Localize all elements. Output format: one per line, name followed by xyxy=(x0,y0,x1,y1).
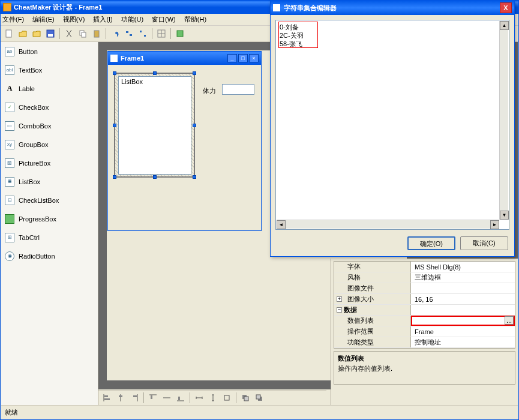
send-back-icon[interactable] xyxy=(253,391,266,404)
resize-handle[interactable] xyxy=(113,175,116,179)
property-row[interactable]: 图像文件 xyxy=(334,283,515,294)
svg-rect-8 xyxy=(140,31,142,32)
field-input[interactable] xyxy=(222,84,254,95)
scroll-down-icon[interactable]: ▼ xyxy=(500,211,509,220)
property-value[interactable]: MS Shell Dlg(8) xyxy=(411,262,515,272)
menu-window[interactable]: 窗口(W) xyxy=(152,15,176,24)
property-value[interactable]: 三维边框 xyxy=(411,272,515,283)
property-value[interactable] xyxy=(411,305,515,315)
toolbox-item-radiobutton[interactable]: ◉RadioButton xyxy=(1,247,98,265)
toolbox-item-lable[interactable]: ALable xyxy=(1,79,98,98)
menu-view[interactable]: 视图(V) xyxy=(63,15,85,24)
toolbox-label: CheckBox xyxy=(19,104,49,111)
field-label[interactable]: 体力 xyxy=(203,86,216,95)
resize-handle[interactable] xyxy=(153,71,157,75)
toolbar-align-icon[interactable] xyxy=(122,27,136,40)
same-height-icon[interactable] xyxy=(206,391,220,404)
bring-front-icon[interactable] xyxy=(239,391,252,404)
toolbar-open-icon[interactable] xyxy=(16,27,29,40)
property-value[interactable] xyxy=(411,283,515,293)
property-row[interactable]: −数据 xyxy=(334,305,515,316)
expander-icon[interactable]: + xyxy=(337,296,342,302)
property-row[interactable]: 风格三维边框 xyxy=(334,272,515,283)
property-row[interactable]: 功能类型控制地址 xyxy=(334,337,515,348)
toolbar-save-icon[interactable] xyxy=(44,27,57,40)
ok-button[interactable]: 确定(O) xyxy=(407,236,455,250)
align-bottom-icon[interactable] xyxy=(174,391,187,404)
property-value[interactable]: ... xyxy=(411,316,515,326)
highlight-annotation xyxy=(278,22,318,48)
scroll-left-icon[interactable]: ◄ xyxy=(277,220,286,229)
toolbar-sep xyxy=(152,28,152,39)
minimize-icon[interactable]: _ xyxy=(227,54,237,62)
resize-handle[interactable] xyxy=(193,175,196,179)
align-center-h-icon[interactable] xyxy=(114,391,127,404)
toolbox-item-picturebox[interactable]: ▧PictureBox xyxy=(1,154,98,172)
ellipsis-button[interactable]: ... xyxy=(505,316,514,325)
vertical-scrollbar[interactable]: ▲ ▼ xyxy=(499,21,508,220)
dialog-textarea[interactable]: 0-刘备2C-关羽58-张飞 ▲ ▼ ◄ ► xyxy=(275,20,509,230)
resize-handle[interactable] xyxy=(113,124,116,127)
property-value[interactable]: Frame xyxy=(411,326,515,337)
align-left-icon[interactable] xyxy=(100,391,113,404)
svg-rect-30 xyxy=(256,395,260,399)
toolbox-item-textbox[interactable]: ablTextBox xyxy=(1,61,98,79)
same-width-icon[interactable] xyxy=(193,391,206,404)
resize-handle[interactable] xyxy=(193,124,196,127)
status-text: 就绪 xyxy=(5,409,18,416)
menu-help[interactable]: 帮助(H) xyxy=(184,15,206,24)
cancel-button[interactable]: 取消(C) xyxy=(460,236,508,250)
resize-handle[interactable] xyxy=(113,71,116,75)
maximize-icon[interactable]: □ xyxy=(238,54,248,62)
lable-icon: A xyxy=(5,84,14,94)
selected-control-outline[interactable]: ListBox xyxy=(114,73,195,178)
toolbox-item-checkbox[interactable]: ✓CheckBox xyxy=(1,98,98,116)
toolbar-paste-icon[interactable] xyxy=(90,27,103,40)
toolbar-distribute-icon[interactable] xyxy=(136,27,149,40)
toolbox-item-checklistbox[interactable]: ⊟CheckListBox xyxy=(1,191,98,209)
align-middle-icon[interactable] xyxy=(160,391,173,404)
svg-rect-2 xyxy=(48,34,53,37)
design-frame[interactable]: Frame1 _ □ × ListBox xyxy=(107,51,262,231)
toolbar-run-icon[interactable] xyxy=(173,27,187,40)
toolbar-undo-icon[interactable] xyxy=(109,27,122,40)
window-title: CheatMaker 设计器 - Frame1 xyxy=(14,3,102,12)
toolbox-item-progressbox[interactable]: ProgressBox xyxy=(1,209,98,228)
toolbar-grid-icon[interactable] xyxy=(155,27,168,40)
frame-title: Frame1 xyxy=(121,55,227,62)
toolbar-copy-icon[interactable] xyxy=(76,27,89,40)
toolbox-item-combobox[interactable]: ▭ComboBox xyxy=(1,116,98,135)
resize-handle[interactable] xyxy=(193,71,196,75)
resize-handle[interactable] xyxy=(153,175,157,179)
horizontal-scrollbar[interactable]: ◄ ► xyxy=(277,220,499,229)
toolbar-cut-icon[interactable] xyxy=(62,27,76,40)
menu-file[interactable]: 文件(F) xyxy=(2,15,24,24)
property-value[interactable]: 控制地址 xyxy=(411,337,515,347)
dialog-close-button[interactable]: X xyxy=(500,2,512,13)
scroll-up-icon[interactable]: ▲ xyxy=(500,21,509,30)
toolbox-label: CheckListBox xyxy=(19,197,59,204)
close-icon[interactable]: × xyxy=(249,54,259,62)
property-row[interactable]: 数值列表... xyxy=(334,316,515,326)
toolbar-new-icon[interactable] xyxy=(2,27,16,40)
property-row[interactable]: +图像大小16, 16 xyxy=(334,294,515,305)
menu-edit[interactable]: 编辑(E) xyxy=(32,15,55,24)
toolbox-item-tabctrl[interactable]: ⊞TabCtrl xyxy=(1,228,98,247)
menu-func[interactable]: 功能(U) xyxy=(121,15,143,24)
toolbox-item-groupbox[interactable]: xyGroupBox xyxy=(1,135,98,154)
toolbox-item-listbox[interactable]: ≣ListBox xyxy=(1,172,98,191)
property-row[interactable]: 字体MS Shell Dlg(8) xyxy=(334,262,515,272)
align-top-icon[interactable] xyxy=(146,391,160,404)
scroll-right-icon[interactable]: ► xyxy=(490,220,499,229)
same-size-icon[interactable] xyxy=(220,391,233,404)
svg-rect-4 xyxy=(82,32,86,37)
toolbox-item-button[interactable]: abButton xyxy=(1,42,98,61)
listbox-control[interactable]: ListBox xyxy=(118,76,191,175)
dialog-titlebar[interactable]: 字符串集合编辑器 X xyxy=(271,1,514,15)
expander-icon[interactable]: − xyxy=(337,307,342,313)
property-row[interactable]: 操作范围Frame xyxy=(334,326,515,337)
toolbar-folder-icon[interactable] xyxy=(30,27,43,40)
property-value[interactable]: 16, 16 xyxy=(411,294,515,304)
align-right-icon[interactable] xyxy=(128,391,141,404)
menu-insert[interactable]: 插入(I) xyxy=(93,15,112,24)
